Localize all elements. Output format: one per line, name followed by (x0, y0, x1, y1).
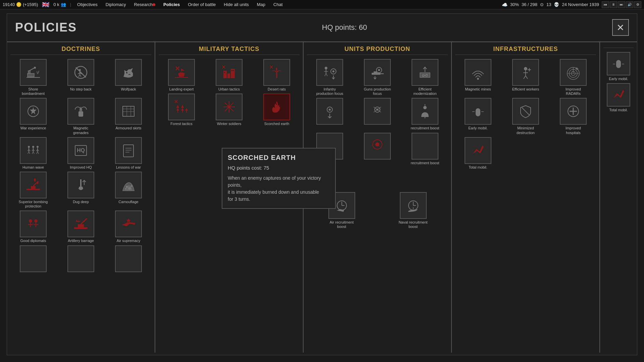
partial2-icon (607, 83, 630, 107)
policy-artillery-barrage[interactable]: Artillery barrage (58, 210, 104, 243)
wolfpack-label: Wolfpack (121, 87, 136, 92)
nav-next-next-button[interactable]: ⏭ (618, 1, 625, 8)
policy-forest-tactics[interactable]: Forest tactics (159, 94, 204, 126)
magnetic-grenades-label: Magnetic grenades (66, 126, 96, 135)
policy-improved-hq[interactable]: HQ Improved HQ (58, 137, 104, 170)
policy-shore-bombardment[interactable]: Shore bombardment (10, 59, 56, 96)
country-flag: 🇬🇧 (42, 1, 49, 8)
scorched-earth-icon (263, 94, 290, 120)
policy-prod-row3-b[interactable] (355, 133, 400, 165)
policy-dug-deep[interactable]: Dug deep (58, 172, 104, 208)
policy-camouflage[interactable]: Camouflage (106, 172, 151, 208)
policy-landing-expert[interactable]: Landing expert (159, 59, 204, 92)
policy-prod-row2-a[interactable] (307, 98, 353, 130)
policy-partial1[interactable]: Early mobil. (603, 52, 634, 81)
nav-settings-button[interactable]: ⚙ (634, 1, 641, 8)
policy-improved-radars[interactable]: Improved RADARs (550, 59, 596, 96)
manpower-value: 0 k (53, 2, 59, 7)
svg-rect-81 (231, 70, 232, 71)
nav-prev-prev-button[interactable]: ⏮ (602, 1, 609, 8)
svg-rect-49 (26, 189, 40, 190)
efficient-modernization-icon (412, 59, 438, 86)
policy-guns-production-focus[interactable]: Guns production focus (355, 59, 400, 96)
svg-point-25 (28, 146, 30, 148)
nav-buttons: ⏮ ⏸ ⏭ 🔊 ⚙ (602, 1, 641, 8)
policy-recruitment-boost[interactable]: recruitment boost (402, 98, 448, 130)
recruitment-boost-icon (412, 98, 438, 125)
policy-extra2[interactable] (58, 245, 104, 274)
svg-line-42 (38, 152, 39, 154)
svg-line-32 (29, 152, 30, 154)
policy-good-diplomats[interactable]: Good diplomats (10, 210, 56, 243)
close-button[interactable]: ✕ (612, 19, 629, 36)
svg-rect-67 (74, 227, 88, 229)
desert-rats-icon (263, 59, 290, 86)
military-tactics-grid: Landing expert (159, 59, 300, 126)
nav-pause-button[interactable]: ⏸ (610, 1, 617, 8)
doctrines-title: Doctrines (10, 46, 151, 55)
partial-right-column: Early mobil. Total mobil. (600, 42, 637, 353)
partial1-label: Early mobil. (609, 77, 628, 81)
efficient-modernization-label: Efficient modernization (410, 87, 440, 96)
svg-rect-68 (78, 224, 84, 227)
chat-button[interactable]: Chat (271, 0, 284, 9)
svg-rect-80 (224, 72, 225, 73)
hide-all-units-button[interactable]: Hide all units (222, 0, 251, 9)
svg-point-110 (378, 69, 380, 71)
order-of-battle-button[interactable]: Order of battle (186, 0, 218, 9)
policy-wolfpack[interactable]: Wolfpack (106, 59, 151, 96)
partial-grid: Early mobil. Total mobil. (603, 52, 634, 112)
policy-magnetic-mines[interactable]: Magnetic mines (455, 59, 501, 96)
total-mobilization-icon (465, 137, 491, 164)
svg-line-6 (38, 71, 39, 73)
urban-tactics-label: Urban tactics (218, 87, 240, 92)
svg-point-121 (329, 109, 331, 111)
naval-recruitment-boost-icon (400, 192, 427, 219)
policy-armoured-skirts[interactable]: Armoured skirts (106, 98, 151, 135)
diplomacy-button[interactable]: Diplomacy (104, 0, 128, 9)
units-production-title: Units Production (307, 46, 448, 55)
policy-superior-bombing-protection[interactable]: Superior bombing protection (10, 172, 56, 208)
svg-point-107 (332, 70, 334, 72)
infrastructures-grid: Magnetic mines (455, 59, 596, 170)
policy-recruitment-boost2[interactable]: recruitment boost (402, 133, 448, 165)
policy-early-mobilization[interactable]: Early mobil. (455, 98, 501, 135)
policy-improved-hospitals[interactable]: Improved hospitals (550, 98, 596, 135)
policy-partial2[interactable]: Total mobil. (603, 83, 634, 112)
infantry-production-focus-label: Infantry production focus (315, 87, 345, 96)
policy-magnetic-grenades[interactable]: Magnetic grenades (58, 98, 104, 135)
policy-no-step-back[interactable]: No step back (58, 59, 104, 96)
policy-lessons-of-war[interactable]: Lessons of war (106, 137, 151, 170)
svg-point-27 (37, 146, 39, 148)
forest-tactics-icon (168, 94, 195, 120)
policy-prod-row2-b[interactable] (355, 98, 400, 130)
policy-air-supremacy[interactable]: Air supremacy (106, 210, 151, 243)
policy-desert-rats[interactable]: Desert rats (254, 59, 300, 92)
map-button[interactable]: Map (255, 0, 267, 9)
policy-minimized-destruction[interactable]: Minimized destruction (503, 98, 548, 135)
policy-infantry-production-focus[interactable]: Infantry production focus (307, 59, 353, 96)
policy-scorched-earth[interactable]: Scorched earth (254, 94, 300, 126)
policy-human-wave[interactable]: Human wave (10, 137, 56, 170)
gold-value: 19140 (3, 2, 15, 7)
partial-title (603, 46, 634, 48)
doctrines-column: Doctrines (7, 42, 155, 353)
policy-extra3[interactable] (106, 245, 151, 274)
policy-total-mobilization[interactable]: Total mobil. (455, 137, 501, 170)
policy-efficient-workers[interactable]: Efficient workers (503, 59, 548, 96)
svg-rect-154 (476, 108, 480, 116)
policy-war-experience[interactable]: War experience (10, 98, 56, 135)
policy-winter-soldiers[interactable]: Winter soldiers (206, 94, 252, 126)
svg-text:HQ: HQ (77, 147, 85, 153)
policy-extra1[interactable] (10, 245, 56, 274)
nav-sound-button[interactable]: 🔊 (626, 1, 633, 8)
landing-expert-label: Landing expert (169, 87, 194, 92)
policies-button[interactable]: Policies (161, 0, 182, 9)
research-button[interactable]: Research (132, 0, 157, 9)
policy-naval-recruitment-boost[interactable]: Naval recruitment boost (378, 192, 448, 229)
objectives-button[interactable]: Objectives (75, 0, 100, 9)
svg-point-60 (29, 219, 32, 223)
policy-urban-tactics[interactable]: Urban tactics (206, 59, 252, 92)
policy-efficient-modernization[interactable]: Efficient modernization (402, 59, 448, 96)
research-notification-dot (153, 3, 155, 6)
